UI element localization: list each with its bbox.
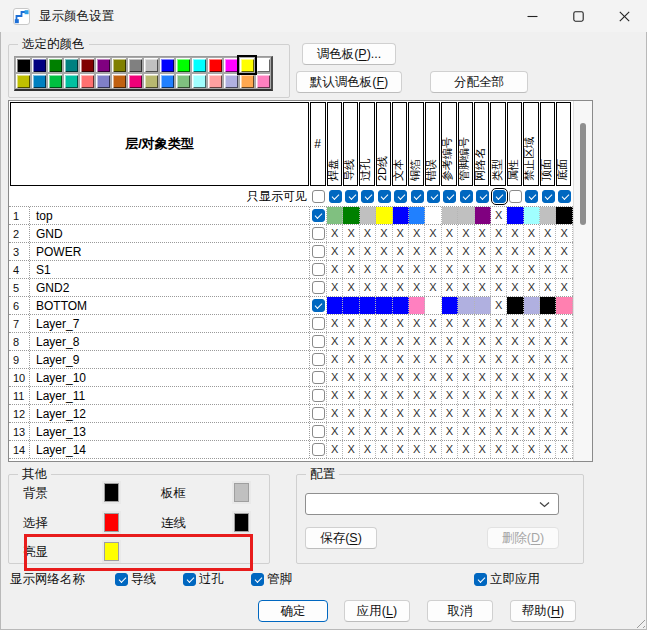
x-cell[interactable]: X [540,333,556,350]
x-cell[interactable]: X [376,387,392,404]
layer-name[interactable]: Layer_13 [30,423,310,440]
palette-swatch[interactable] [207,57,223,73]
x-cell[interactable]: X [491,261,507,278]
x-cell[interactable]: X [491,225,507,242]
x-cell[interactable]: X [360,351,376,368]
column-header[interactable]: 焊盘 [327,102,342,186]
x-cell[interactable]: X [540,261,556,278]
layer-checkbox[interactable] [312,299,325,312]
x-cell[interactable]: X [507,279,523,296]
layer-name[interactable]: Layer_10 [30,369,310,386]
layer-name[interactable]: Layer_12 [30,405,310,422]
x-cell[interactable]: X [327,225,343,242]
x-cell[interactable]: X [393,243,409,260]
color-cell[interactable] [556,297,572,314]
x-cell[interactable]: X [475,423,491,440]
x-cell[interactable]: X [556,315,572,332]
layer-checkbox[interactable] [312,425,325,438]
x-cell[interactable]: X [458,279,474,296]
visible-column-checkbox[interactable] [378,190,391,203]
x-cell[interactable]: X [327,315,343,332]
x-cell[interactable]: X [556,261,572,278]
x-cell[interactable]: X [475,333,491,350]
x-cell[interactable]: X [409,387,425,404]
x-cell[interactable]: X [393,279,409,296]
layer-name[interactable]: GND [30,225,310,242]
column-header[interactable]: 管脚编号 [458,102,473,186]
x-cell[interactable]: X [343,315,359,332]
palette-swatch[interactable] [95,73,111,89]
visible-column-checkbox[interactable] [460,190,473,203]
x-cell[interactable]: X [425,441,441,458]
layer-name[interactable]: Layer_9 [30,351,310,368]
x-cell[interactable]: X [376,351,392,368]
color-cell[interactable] [442,297,458,314]
x-cell[interactable]: X [556,351,572,368]
layer-name[interactable]: Layer_7 [30,315,310,332]
x-cell[interactable]: X [507,225,523,242]
x-cell[interactable]: X [442,369,458,386]
x-cell[interactable]: X [376,261,392,278]
x-cell[interactable]: X [442,405,458,422]
vias-checkbox[interactable] [183,573,196,586]
default-palette-button[interactable]: 默认调色板(F) [296,71,402,93]
palette-swatch[interactable] [175,57,191,73]
x-cell[interactable]: X [507,315,523,332]
x-cell[interactable]: X [376,315,392,332]
x-cell[interactable]: X [327,243,343,260]
x-cell[interactable]: X [540,423,556,440]
x-cell[interactable]: X [393,351,409,368]
color-cell[interactable] [442,207,458,224]
visible-column-checkbox[interactable] [345,190,358,203]
x-cell[interactable]: X [376,333,392,350]
palette-swatch[interactable] [239,57,255,73]
x-cell[interactable]: X [507,351,523,368]
x-cell[interactable]: X [540,387,556,404]
palette-swatch[interactable] [63,73,79,89]
x-cell[interactable]: X [507,333,523,350]
layer-name[interactable]: GND2 [30,279,310,296]
column-header[interactable]: 类型 [490,102,505,186]
x-cell[interactable]: X [393,315,409,332]
x-cell[interactable]: X [376,423,392,440]
x-cell[interactable]: X [491,405,507,422]
color-cell[interactable] [327,207,343,224]
palette-swatch[interactable] [95,57,111,73]
x-cell[interactable]: X [425,333,441,350]
x-cell[interactable]: X [524,351,540,368]
layer-name[interactable]: S1 [30,261,310,278]
apply-now-checkbox[interactable] [474,573,487,586]
color-cell[interactable] [425,297,441,314]
x-cell[interactable]: X [409,405,425,422]
board-outline-color-swatch[interactable] [234,483,249,502]
x-cell[interactable]: X [409,351,425,368]
x-cell[interactable]: X [393,405,409,422]
layer-checkbox[interactable] [312,371,325,384]
x-cell[interactable]: X [475,261,491,278]
palette-swatch[interactable] [143,57,159,73]
cancel-button[interactable]: 取消 [427,600,493,622]
layer-checkbox[interactable] [312,443,325,456]
layer-name[interactable]: Layer_11 [30,387,310,404]
hash-column-header[interactable]: # [310,102,326,186]
x-cell[interactable]: X [556,279,572,296]
column-header[interactable]: 2D线 [376,102,391,186]
x-cell[interactable]: X [442,333,458,350]
x-cell[interactable]: X [327,423,343,440]
x-cell[interactable]: X [458,315,474,332]
x-cell[interactable]: X [491,351,507,368]
x-cell[interactable]: X [360,333,376,350]
background-color-swatch[interactable] [104,483,119,502]
x-cell[interactable]: X [442,279,458,296]
palette-swatch[interactable] [31,57,47,73]
x-cell[interactable]: X [458,333,474,350]
save-button[interactable]: 保存(S) [305,527,377,549]
traces-checkbox[interactable] [115,573,128,586]
layer-checkbox[interactable] [312,263,325,276]
color-cell[interactable] [540,297,556,314]
x-cell[interactable]: X [475,369,491,386]
x-cell[interactable]: X [540,405,556,422]
color-cell[interactable] [360,207,376,224]
x-cell[interactable]: X [475,441,491,458]
layer-checkbox[interactable] [312,209,325,222]
